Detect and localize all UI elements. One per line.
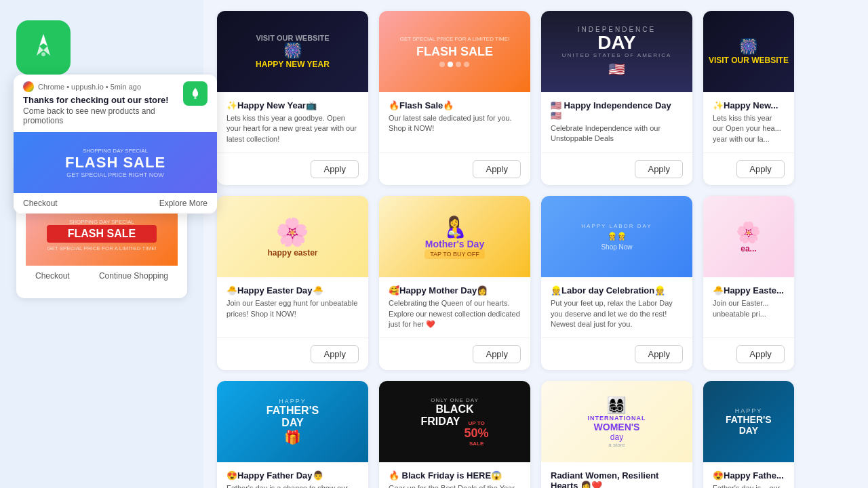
template-card-easter-partial: 🌸 ea... 🐣Happy Easte... Join our Easter.… bbox=[703, 196, 794, 370]
notif2-rocket bbox=[183, 81, 208, 106]
sidebar: Attract customers with pre-designed impr… bbox=[0, 0, 203, 488]
apply-button-easter[interactable]: Apply bbox=[311, 345, 359, 363]
template-title-labor: 👷Labor day Celebration👷 bbox=[551, 285, 683, 296]
template-card-fathers-partial: HAPPY FATHER'S DAY 😍Happy Fathe... Fathe… bbox=[703, 381, 794, 488]
template-desc-new-year: Lets kiss this year a goodbye. Open your… bbox=[226, 113, 359, 144]
template-desc-new-year-partial: Lets kiss this year our Open your hea...… bbox=[713, 113, 785, 144]
template-title-easter-partial: 🐣Happy Easte... bbox=[713, 285, 785, 296]
banner2-sub: GET SPECIAL PRICE RIGHT NOW bbox=[65, 171, 165, 178]
banner1-btn1[interactable]: Checkout bbox=[35, 271, 70, 281]
banner-preview-pink: SHOPPING DAY SPECIAL FLASH SALE GET SPEC… bbox=[26, 205, 178, 286]
apply-button-flash-sale[interactable]: Apply bbox=[473, 160, 521, 178]
template-desc-easter: Join our Easter egg hunt for unbeatable … bbox=[226, 298, 359, 329]
apply-button-new-year-partial[interactable]: Apply bbox=[736, 160, 785, 178]
template-card-new-year: VISIT OUR WEBSITE 🎆 HAPPY NEW YEAR ✨Happ… bbox=[217, 11, 368, 185]
template-desc-labor: Put your feet up, relax the Labor Day yo… bbox=[551, 298, 683, 329]
apply-button-independence[interactable]: Apply bbox=[635, 160, 683, 178]
logo-icon bbox=[27, 30, 60, 65]
template-title-new-year-partial: ✨Happy New... bbox=[713, 100, 785, 110]
template-image-fathers-partial: HAPPY FATHER'S DAY bbox=[703, 381, 794, 462]
notif2-title: Thanks for checking out our store! bbox=[23, 95, 176, 105]
template-image-easter: 🌸 happy easter bbox=[217, 196, 368, 277]
template-image-new-year: VISIT OUR WEBSITE 🎆 HAPPY NEW YEAR bbox=[217, 11, 368, 92]
template-card-new-year-partial: 🎆 VISIT OUR WEBSITE ✨Happy New... Lets k… bbox=[703, 11, 794, 185]
notification-card-2: Chrome • uppush.io • 5min ago Thanks for… bbox=[14, 75, 217, 214]
template-image-womens: 👩‍👩‍👧‍👦 INTERNATIONAL WOMEN'S day a stor… bbox=[541, 381, 692, 462]
template-image-new-year-partial: 🎆 VISIT OUR WEBSITE bbox=[703, 11, 794, 92]
notif2-body: Come back to see new products and promot… bbox=[23, 106, 176, 125]
banner-preview-blue: SHOPPING DAY SPECIAL FLASH SALE GET SPEC… bbox=[14, 132, 217, 193]
template-desc-mothers: Celebrating the Queen of our hearts. Exp… bbox=[389, 298, 521, 329]
template-card-mothers: 🤱 Mother's Day TAP TO BUY OFF 🥰Happy Mot… bbox=[379, 196, 530, 370]
template-title-independence: 🇺🇸 Happy Independence Day 🇺🇸 bbox=[551, 100, 683, 121]
templates-grid: VISIT OUR WEBSITE 🎆 HAPPY NEW YEAR ✨Happ… bbox=[217, 11, 854, 488]
template-title-fathers: 😍Happy Father Day👨 bbox=[226, 470, 359, 481]
template-title-womens: Radiant Women, Resilient Hearts 👩❤️ bbox=[551, 470, 683, 488]
template-image-flash-sale: GET SPECIAL PRICE FOR A LIMITED TIME! FL… bbox=[379, 11, 530, 92]
template-title-fathers-partial: 😍Happy Fathe... bbox=[713, 470, 785, 481]
template-card-flash-sale: GET SPECIAL PRICE FOR A LIMITED TIME! FL… bbox=[379, 11, 530, 185]
template-title-new-year: ✨Happy New Year📺 bbox=[226, 100, 359, 110]
banner2-label: SHOPPING DAY SPECIAL bbox=[65, 148, 165, 154]
template-image-labor: HAPPY LABOR DAY 👷👷 Shop Now bbox=[541, 196, 692, 277]
template-title-easter: 🐣Happy Easter Day🐣 bbox=[226, 285, 359, 296]
template-desc-black-friday: Gear up for the Best Deals of the Year o… bbox=[389, 483, 521, 488]
notif2-source: Chrome • uppush.io • 5min ago bbox=[38, 83, 141, 91]
template-card-labor: HAPPY LABOR DAY 👷👷 Shop Now 👷Labor day C… bbox=[541, 196, 692, 370]
main-content: VISIT OUR WEBSITE 🎆 HAPPY NEW YEAR ✨Happ… bbox=[203, 0, 868, 488]
notification-card-2-wrapper: Chrome • uppush.io • 5min ago Thanks for… bbox=[14, 75, 217, 214]
banner2-btn2[interactable]: Explore More bbox=[159, 199, 208, 208]
banner1-btn2[interactable]: Continue Shopping bbox=[99, 271, 168, 281]
banner1-badge: FLASH SALE bbox=[47, 225, 157, 243]
template-card-easter: 🌸 happy easter 🐣Happy Easter Day🐣 Join o… bbox=[217, 196, 368, 370]
banner2-btn1[interactable]: Checkout bbox=[23, 199, 58, 208]
template-desc-fathers-partial: Father's day is... our Father how... Giv… bbox=[713, 483, 785, 488]
template-title-black-friday: 🔥 Black Friday is HERE😱 bbox=[389, 470, 521, 481]
template-image-mothers: 🤱 Mother's Day TAP TO BUY OFF bbox=[379, 196, 530, 277]
template-image-independence: INDEPENDENCE DAY UNITED STATES OF AMERIC… bbox=[541, 11, 692, 92]
svg-point-0 bbox=[41, 52, 45, 56]
template-image-fathers: HAPPY FATHER'S DAY 🎁 bbox=[217, 381, 368, 462]
template-card-independence: INDEPENDENCE DAY UNITED STATES OF AMERIC… bbox=[541, 11, 692, 185]
template-image-easter-partial: 🌸 ea... bbox=[703, 196, 794, 277]
template-desc-flash-sale: Our latest sale dedicated just for you. … bbox=[389, 113, 521, 144]
banner1-sub: GET SPECIAL PRICE FOR A LIMITED TIME! bbox=[47, 245, 157, 251]
template-desc-easter-partial: Join our Easter... unbeatable pri... bbox=[713, 298, 785, 329]
chrome-icon-2 bbox=[23, 81, 34, 92]
banner1-label: SHOPPING DAY SPECIAL bbox=[47, 219, 157, 225]
template-desc-fathers: Father's day is a chance to show our Fat… bbox=[226, 483, 359, 488]
template-image-black-friday: ONLY ONE DAY BLACK FRIDAY UP TO 50% SALE bbox=[379, 381, 530, 462]
template-card-fathers: HAPPY FATHER'S DAY 🎁 😍Happy Father Day👨 … bbox=[217, 381, 368, 488]
apply-button-new-year[interactable]: Apply bbox=[311, 160, 359, 178]
template-title-flash-sale: 🔥Flash Sale🔥 bbox=[389, 100, 521, 110]
template-card-womens: 👩‍👩‍👧‍👦 INTERNATIONAL WOMEN'S day a stor… bbox=[541, 381, 692, 488]
template-desc-independence: Celebrate Independence with our Unstoppa… bbox=[551, 123, 683, 144]
apply-button-mothers[interactable]: Apply bbox=[473, 345, 521, 363]
apply-button-labor[interactable]: Apply bbox=[635, 345, 683, 363]
logo-container bbox=[16, 20, 71, 75]
banner2-main: FLASH SALE bbox=[65, 154, 165, 171]
template-title-mothers: 🥰Happy Mother Day👩 bbox=[389, 285, 521, 296]
apply-button-easter-partial[interactable]: Apply bbox=[736, 345, 785, 363]
template-card-black-friday: ONLY ONE DAY BLACK FRIDAY UP TO 50% SALE… bbox=[379, 381, 530, 488]
